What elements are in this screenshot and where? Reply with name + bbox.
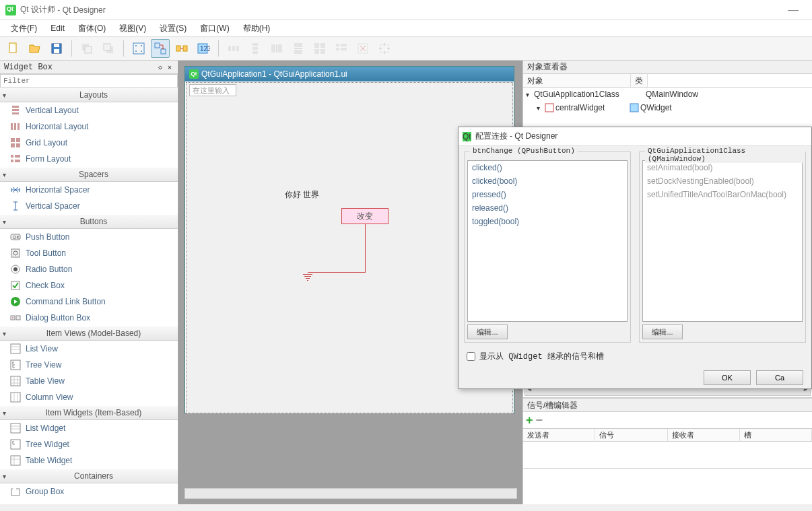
- item-push-button[interactable]: OKPush Button: [0, 229, 178, 245]
- send-back-button[interactable]: [77, 39, 96, 58]
- svg-rect-44: [11, 123, 13, 130]
- menu-view[interactable]: 视图(V): [114, 22, 151, 36]
- filter-input[interactable]: [0, 74, 178, 88]
- list-item[interactable]: toggled(bool): [468, 215, 627, 228]
- list-item[interactable]: clicked(): [468, 161, 627, 174]
- add-icon[interactable]: +: [526, 413, 533, 428]
- item-tree-view[interactable]: Tree View: [0, 357, 178, 373]
- col-slot[interactable]: 槽: [740, 429, 812, 441]
- item-horizontal-layout[interactable]: Horizontal Layout: [0, 118, 178, 135]
- widget-icon: [630, 103, 639, 112]
- item-command-link[interactable]: Command Link Button: [0, 294, 178, 310]
- cat-itemwidgets[interactable]: ▾Item Widgets (Item-Based): [0, 405, 178, 420]
- save-file-button[interactable]: [47, 39, 66, 58]
- edit-signals-button[interactable]: [151, 39, 170, 58]
- layout-hsplit-button[interactable]: [267, 39, 286, 58]
- layout-vsplit-button[interactable]: [289, 39, 308, 58]
- configure-connection-dialog: Qt 配置连接 - Qt Designer btnChange (QPushBu…: [458, 127, 812, 389]
- col-signal[interactable]: 信号: [595, 429, 667, 441]
- item-grid-layout[interactable]: Grid Layout: [0, 135, 178, 151]
- signals-list[interactable]: clicked() clicked(bool) pressed() releas…: [467, 160, 628, 322]
- item-table-widget[interactable]: Table Widget: [0, 452, 178, 469]
- adjust-size-button[interactable]: [375, 39, 394, 58]
- list-item[interactable]: clicked(bool): [468, 174, 627, 188]
- item-column-view[interactable]: Column View: [0, 389, 178, 405]
- item-tree-widget[interactable]: Tree Widget: [0, 436, 178, 452]
- item-check-box[interactable]: Check Box: [0, 277, 178, 294]
- slots-list[interactable]: setAnimated(bool) setDockNestingEnabled(…: [642, 160, 803, 322]
- item-group-box[interactable]: Group Box: [0, 483, 178, 500]
- signal-slot-editor: 信号/槽编辑器 + − 发送者 信号 接收者 槽: [523, 398, 812, 469]
- svg-rect-36: [341, 44, 347, 46]
- ok-button[interactable]: OK: [704, 370, 751, 385]
- svg-rect-21: [236, 46, 239, 51]
- lineedit-field[interactable]: 在这里输入: [189, 84, 236, 96]
- item-form-layout[interactable]: Form Layout: [0, 151, 178, 167]
- item-radio-button[interactable]: Radio Button: [0, 261, 178, 277]
- list-item[interactable]: pressed(): [468, 188, 627, 201]
- layout-h-button[interactable]: [224, 39, 243, 58]
- edit-taborder-button[interactable]: 123: [194, 39, 213, 58]
- item-list-view[interactable]: List View: [0, 341, 178, 357]
- menu-edit[interactable]: Edit: [45, 22, 70, 34]
- remove-icon[interactable]: −: [536, 413, 543, 428]
- signal-connector-line: [308, 272, 366, 273]
- show-inherited-checkbox[interactable]: [467, 352, 475, 361]
- item-dialog-button-box[interactable]: Dialog Button Box: [0, 310, 178, 326]
- item-list-widget[interactable]: List Widget: [0, 420, 178, 436]
- change-button[interactable]: 改变: [341, 208, 388, 224]
- widget-list[interactable]: ▾Layouts Vertical Layout Horizontal Layo…: [0, 88, 178, 504]
- sigeditor-body[interactable]: [523, 442, 812, 469]
- new-file-button[interactable]: [4, 39, 23, 58]
- edit-button[interactable]: 编辑...: [642, 325, 683, 339]
- menu-window[interactable]: 窗口(W): [195, 22, 234, 36]
- edit-button[interactable]: 编辑...: [467, 325, 508, 339]
- cat-spacers[interactable]: ▾Spacers: [0, 167, 178, 182]
- menu-form[interactable]: 窗体(O): [73, 22, 111, 36]
- cancel-button[interactable]: Ca: [756, 370, 803, 385]
- layout-v-button[interactable]: [246, 39, 265, 58]
- cat-buttons[interactable]: ▾Buttons: [0, 214, 178, 229]
- col-class[interactable]: 类: [631, 74, 648, 87]
- hello-label[interactable]: 你好 世界: [285, 189, 319, 201]
- item-tool-button[interactable]: Tool Button: [0, 245, 178, 261]
- edit-widgets-button[interactable]: [129, 39, 148, 58]
- cat-itemviews[interactable]: ▾Item Views (Model-Based): [0, 326, 178, 341]
- svg-rect-38: [341, 48, 347, 50]
- list-item[interactable]: setAnimated(bool): [643, 161, 802, 174]
- svg-point-10: [141, 45, 142, 46]
- float-icon[interactable]: ◇: [156, 63, 164, 71]
- list-item[interactable]: setDockNestingEnabled(bool): [643, 174, 802, 188]
- cat-layouts[interactable]: ▾Layouts: [0, 88, 178, 102]
- bring-front-button[interactable]: [99, 39, 118, 58]
- col-sender[interactable]: 发送者: [523, 429, 595, 441]
- open-file-button[interactable]: [26, 39, 44, 58]
- cat-containers[interactable]: ▾Containers: [0, 469, 178, 483]
- object-row[interactable]: ▾ QtGuiApplication1Class QMainWindow: [523, 88, 812, 101]
- menu-settings[interactable]: 设置(S): [154, 22, 192, 36]
- horizontal-scrollbar[interactable]: [184, 488, 517, 499]
- col-object[interactable]: 对象: [523, 74, 631, 87]
- list-item[interactable]: released(): [468, 201, 627, 215]
- list-item[interactable]: setUnifiedTitleAndToolBarOnMac(bool): [643, 188, 802, 201]
- minimize-icon[interactable]: —: [780, 4, 807, 16]
- layout-form-button[interactable]: [332, 39, 351, 58]
- col-receiver[interactable]: 接收者: [668, 429, 740, 441]
- treeview-icon: [9, 360, 22, 370]
- columnview-icon: [9, 392, 22, 403]
- menu-help[interactable]: 帮助(H): [238, 22, 276, 36]
- item-vertical-spacer[interactable]: Vertical Spacer: [0, 198, 178, 214]
- item-horizontal-spacer[interactable]: Horizontal Spacer: [0, 182, 178, 198]
- item-table-view[interactable]: Table View: [0, 373, 178, 389]
- layout-grid-button[interactable]: [310, 39, 329, 58]
- object-row[interactable]: ▾ centralWidget QWidget: [523, 101, 812, 114]
- svg-point-9: [135, 45, 137, 46]
- break-layout-button[interactable]: [353, 39, 372, 58]
- menu-file[interactable]: 文件(F): [5, 22, 42, 36]
- main-toolbar: 123: [0, 36, 812, 61]
- dialog-titlebar[interactable]: Qt 配置连接 - Qt Designer: [459, 127, 811, 146]
- edit-buddies-button[interactable]: [172, 39, 191, 58]
- slots-group: QtGuiApplication1Class (QMainWindow) set…: [639, 151, 806, 343]
- close-icon[interactable]: ✕: [166, 63, 174, 71]
- item-vertical-layout[interactable]: Vertical Layout: [0, 102, 178, 118]
